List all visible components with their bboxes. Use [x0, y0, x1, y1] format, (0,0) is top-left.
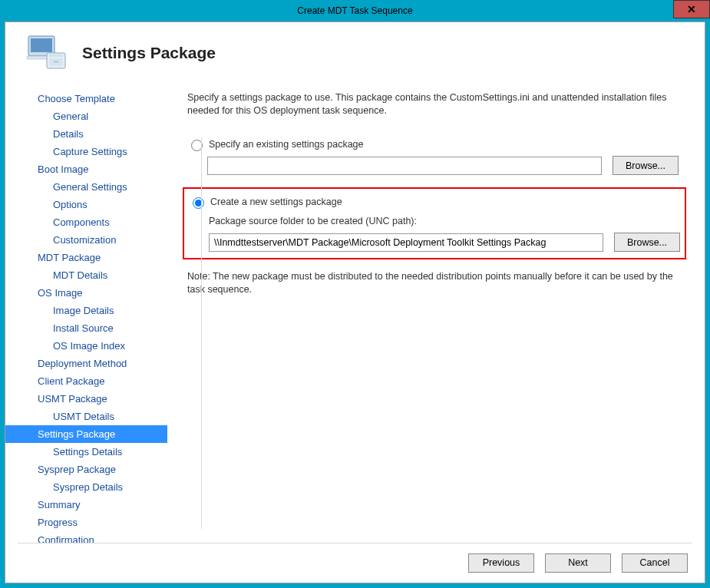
sidebar-item-sysprep-package[interactable]: Sysprep Package [5, 461, 167, 478]
sidebar-item-os-image[interactable]: OS Image [5, 284, 167, 302]
sidebar-item-usmt-details[interactable]: USMT Details [5, 408, 167, 425]
sidebar-item-settings-package[interactable]: Settings Package [5, 425, 167, 443]
svg-rect-6 [54, 61, 58, 63]
sidebar-item-deployment-method[interactable]: Deployment Method [5, 355, 167, 372]
label-create-new[interactable]: Create a new settings package [210, 196, 342, 209]
sidebar-item-summary[interactable]: Summary [5, 496, 167, 514]
computer-icon [24, 33, 68, 73]
svg-rect-4 [49, 55, 63, 57]
sidebar-item-image-details[interactable]: Image Details [5, 302, 167, 319]
sidebar-item-settings-details[interactable]: Settings Details [5, 443, 167, 461]
description-text: Specify a settings package to use. This … [187, 91, 682, 117]
next-button[interactable]: Next [545, 553, 611, 573]
wizard-steps-sidebar: Choose TemplateGeneralDetailsCapture Set… [5, 87, 167, 541]
sidebar-item-os-image-index[interactable]: OS Image Index [5, 337, 167, 355]
label-specify-existing[interactable]: Specify an existing settings package [209, 138, 364, 151]
horizontal-divider [18, 543, 692, 543]
sidebar-item-components[interactable]: Components [5, 213, 167, 231]
existing-package-input [207, 157, 602, 175]
radio-create-new[interactable] [193, 197, 204, 209]
close-button[interactable]: ✕ [673, 0, 710, 18]
note-text: Note: The new package must be distribute… [187, 270, 682, 296]
sidebar-item-choose-template[interactable]: Choose Template [5, 90, 167, 107]
sidebar-item-sysprep-details[interactable]: Sysprep Details [5, 478, 167, 496]
svg-rect-1 [31, 38, 52, 52]
sidebar-item-customization[interactable]: Customization [5, 231, 167, 249]
vertical-divider [201, 137, 202, 529]
sidebar-item-capture-settings[interactable]: Capture Settings [5, 143, 167, 160]
sidebar-item-mdt-package[interactable]: MDT Package [5, 249, 167, 266]
sidebar-item-boot-image[interactable]: Boot Image [5, 160, 167, 178]
titlebar: Create MDT Task Sequence ✕ [0, 0, 710, 21]
previous-button[interactable]: Previous [468, 553, 534, 573]
window-title: Create MDT Task Sequence [297, 5, 412, 16]
browse-existing-button[interactable]: Browse... [613, 156, 679, 175]
sidebar-item-details[interactable]: Details [5, 125, 167, 143]
close-icon: ✕ [687, 3, 696, 15]
wizard-footer: Previous Next Cancel [5, 543, 705, 583]
cancel-button[interactable]: Cancel [622, 553, 688, 573]
sidebar-item-mdt-details[interactable]: MDT Details [5, 266, 167, 284]
page-title: Settings Package [82, 44, 216, 62]
sidebar-item-options[interactable]: Options [5, 196, 167, 213]
unc-path-input[interactable] [209, 233, 603, 252]
unc-path-label: Package source folder to be created (UNC… [209, 215, 680, 228]
sidebar-item-install-source[interactable]: Install Source [5, 319, 167, 337]
browse-create-button[interactable]: Browse... [614, 233, 680, 252]
sidebar-item-client-package[interactable]: Client Package [5, 372, 167, 390]
sidebar-item-usmt-package[interactable]: USMT Package [5, 390, 167, 408]
create-package-highlight: Create a new settings package Package so… [183, 187, 686, 259]
wizard-header: Settings Package [5, 22, 705, 87]
sidebar-item-general-settings[interactable]: General Settings [5, 178, 167, 196]
sidebar-item-general[interactable]: General [5, 107, 167, 125]
sidebar-item-progress[interactable]: Progress [5, 514, 167, 531]
